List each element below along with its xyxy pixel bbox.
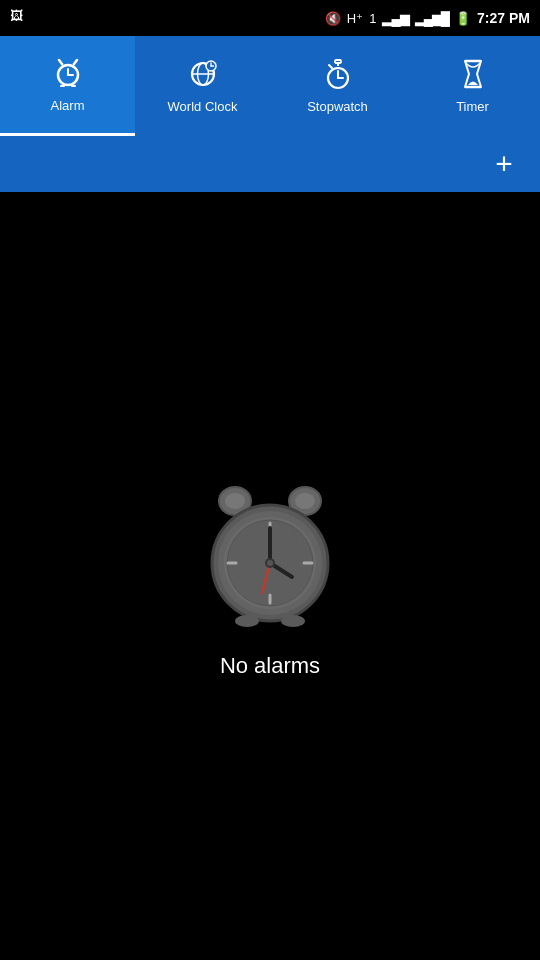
battery-icon: 🔋	[455, 11, 471, 26]
add-icon: +	[495, 147, 513, 181]
svg-rect-13	[335, 60, 341, 63]
svg-point-38	[267, 560, 273, 566]
stopwatch-icon	[322, 58, 354, 95]
svg-point-39	[235, 615, 259, 627]
svg-point-23	[225, 493, 245, 509]
tab-stopwatch[interactable]: Stopwatch	[270, 36, 405, 136]
main-content: No alarms	[0, 192, 540, 960]
svg-line-0	[59, 60, 62, 64]
world-clock-icon	[187, 58, 219, 95]
alarm-illustration	[190, 473, 350, 633]
add-alarm-button[interactable]: +	[484, 144, 524, 184]
status-left-icons: 🖼	[10, 8, 23, 23]
tab-timer[interactable]: Timer	[405, 36, 540, 136]
tab-bar: Alarm World Clock	[0, 36, 540, 136]
status-bar: 🖼 🔇 H⁺ 1 ▂▄▆ ▂▄▆█ 🔋 7:27 PM	[0, 0, 540, 36]
mute-icon: 🔇	[325, 11, 341, 26]
tab-timer-label: Timer	[456, 99, 489, 114]
tab-stopwatch-label: Stopwatch	[307, 99, 368, 114]
svg-line-1	[74, 60, 77, 64]
timer-icon	[457, 58, 489, 95]
svg-point-25	[295, 493, 315, 509]
no-alarms-text: No alarms	[220, 653, 320, 679]
tab-world-clock-label: World Clock	[168, 99, 238, 114]
alarm-icon	[52, 57, 84, 94]
network-icon: H⁺	[347, 11, 363, 26]
sim-icon: 1	[369, 11, 376, 26]
status-time: 7:27 PM	[477, 10, 530, 26]
tab-alarm[interactable]: Alarm	[0, 36, 135, 136]
svg-line-15	[329, 65, 332, 68]
tab-world-clock[interactable]: World Clock	[135, 36, 270, 136]
svg-point-40	[281, 615, 305, 627]
signal2-icon: ▂▄▆█	[415, 11, 449, 26]
tab-alarm-label: Alarm	[51, 98, 85, 113]
toolbar: +	[0, 136, 540, 192]
signal-icon: ▂▄▆	[382, 11, 408, 26]
gallery-icon: 🖼	[10, 8, 23, 23]
